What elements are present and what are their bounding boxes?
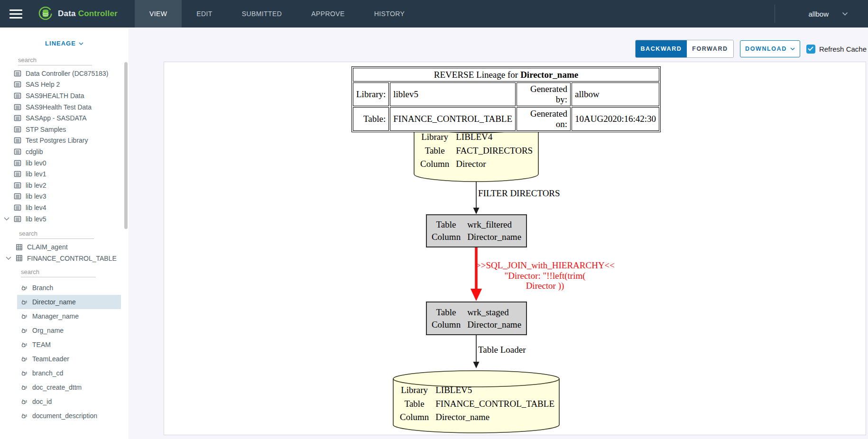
character-column-icon — [21, 412, 28, 420]
sidebar-library-item[interactable]: cdglib — [0, 146, 129, 157]
lineage-sidebar: LINEAGE — [0, 27, 129, 439]
sidebar-library-item[interactable]: Test Postgres Library — [0, 135, 129, 146]
direction-button-group: BACKWARD FORWARD — [635, 40, 734, 58]
library-icon — [14, 103, 21, 111]
chevron-down-icon — [6, 256, 11, 260]
character-column-icon — [21, 313, 28, 320]
sidebar-scrollbar-thumb[interactable] — [124, 62, 128, 229]
user-menu[interactable]: allbow — [775, 10, 868, 18]
sidebar-column-item[interactable]: Branch — [17, 281, 121, 295]
download-button[interactable]: DOWNLOAD — [740, 40, 800, 57]
character-column-icon — [21, 370, 28, 377]
sidebar-library-item[interactable]: lib lev3 — [0, 191, 129, 202]
edge-join-label: >>SQL_JOIN_with_HIERARCHY<< "Director: "… — [476, 260, 614, 291]
library-label: SASApp - SASDATA — [26, 114, 87, 122]
library-label: cdglib — [26, 148, 43, 155]
library-icon — [14, 148, 21, 155]
character-column-icon — [21, 384, 28, 391]
meta-library-value: liblev5 — [390, 82, 516, 106]
column-label: Org_name — [32, 327, 64, 334]
library-label: Data Controller (DC875183) — [26, 70, 108, 77]
edge-filter-label: FILTER DIRECTORS — [478, 188, 560, 199]
column-label: TEAM — [32, 341, 51, 348]
sidebar-column-item[interactable]: Org_name — [17, 323, 121, 338]
sidebar-library-item[interactable]: lib lev4 — [0, 202, 129, 213]
sidebar-column-item[interactable]: TEAM — [17, 338, 121, 352]
sidebar-column-item[interactable]: doc_id — [17, 394, 121, 409]
lineage-toolbar: BACKWARD FORWARD DOWNLOAD Refresh Cache — [635, 40, 867, 58]
library-icon — [14, 204, 21, 211]
column-label: Branch — [32, 284, 53, 292]
table-search-input[interactable] — [19, 229, 94, 239]
column-label: Manager_name — [32, 312, 79, 320]
sidebar-column-item[interactable]: Director_name — [17, 295, 121, 309]
character-column-icon — [21, 327, 28, 334]
column-list: Branch Director_name — [0, 281, 129, 423]
nav-tab[interactable]: SUBMITTED — [227, 0, 297, 27]
navbar-right: allbow — [775, 0, 868, 27]
sidebar-column-item[interactable]: branch_cd — [17, 366, 121, 380]
library-label: lib lev0 — [26, 159, 46, 167]
library-icon — [14, 137, 21, 144]
library-search-input[interactable] — [18, 55, 92, 65]
library-label: lib lev2 — [26, 182, 46, 189]
sidebar-column-item[interactable]: doc_create_dttm — [17, 380, 121, 394]
checkbox-checked-icon[interactable] — [806, 45, 815, 54]
hamburger-menu-icon[interactable] — [9, 0, 22, 27]
sidebar-library-item[interactable]: STP Samples — [0, 124, 129, 135]
table-list: CLAIM_agent — [0, 241, 129, 264]
logo-database-cycle-icon — [37, 6, 54, 22]
column-search-input[interactable] — [21, 267, 96, 277]
forward-button[interactable]: FORWARD — [687, 40, 733, 57]
lineage-diagram-canvas: REVERSE Lineage forDirector_name Library… — [164, 62, 866, 435]
library-icon — [14, 81, 21, 88]
sidebar-library-item[interactable]: lib lev2 — [0, 180, 129, 191]
library-icon — [14, 159, 21, 167]
sidebar-library-item[interactable]: SASApp - SASDATA — [0, 112, 129, 124]
edge-loader-label: Table Loader — [478, 345, 526, 355]
nav-tab[interactable]: EDIT — [182, 0, 227, 27]
chevron-down-icon — [79, 42, 83, 45]
sidebar-library-item[interactable]: SAS9Health Test Data — [0, 101, 129, 113]
lineage-label: LINEAGE — [45, 40, 76, 47]
nav-tab[interactable]: HISTORY — [360, 0, 420, 27]
sidebar-library-item[interactable]: Data Controller (DC875183) — [0, 68, 129, 79]
sidebar-column-item[interactable]: Manager_name — [17, 309, 121, 323]
username: allbow — [808, 10, 829, 18]
top-navbar: DataController VIEWEDITSUBMITTEDAPPROVEH… — [0, 0, 868, 27]
meta-generated-by-value: allbow — [572, 82, 659, 106]
library-icon — [14, 182, 21, 189]
library-icon — [14, 70, 21, 77]
library-icon — [14, 126, 21, 133]
sidebar-library-item[interactable]: lib lev1 — [0, 168, 129, 180]
refresh-cache-toggle[interactable]: Refresh Cache — [806, 45, 867, 54]
edge-loader-arrowhead — [473, 362, 480, 368]
meta-generated-on-label: Generated on: — [517, 107, 571, 131]
sidebar-column-item[interactable]: TeamLeader — [17, 352, 121, 366]
character-column-icon — [21, 356, 28, 363]
column-label: doc_id — [32, 398, 52, 405]
sidebar-table-item[interactable]: CLAIM_agent — [0, 241, 129, 253]
library-label: lib lev1 — [26, 170, 46, 178]
source-cylinder-node: Library LIBLEV4 Table FACT_DIRECTORS Col… — [420, 132, 533, 169]
nav-tab[interactable]: APPROVE — [296, 0, 360, 27]
column-label: TeamLeader — [32, 355, 69, 363]
table-label: CLAIM_agent — [27, 243, 68, 251]
library-icon — [14, 114, 21, 122]
library-label: Test Postgres Library — [26, 137, 88, 144]
column-label: branch_cd — [32, 369, 63, 377]
target-cylinder-node: Library LIBLEV5 Table FINANCE_CONTROL_TA… — [400, 385, 554, 422]
edge-filter-arrowhead — [473, 208, 480, 214]
sidebar-library-item[interactable]: SAS Help 2 — [0, 79, 129, 91]
nav-tab[interactable]: VIEW — [135, 0, 182, 27]
backward-button[interactable]: BACKWARD — [636, 40, 687, 57]
sidebar-table-item[interactable]: FINANCE_CONTROL_TABLE — [0, 253, 129, 264]
lineage-mode-dropdown[interactable]: LINEAGE — [0, 40, 129, 47]
library-label: lib lev3 — [26, 192, 46, 200]
sidebar-library-item[interactable]: lib lev0 — [0, 157, 129, 169]
sidebar-column-item[interactable]: document_description — [17, 409, 121, 423]
library-label: STP Samples — [26, 126, 66, 133]
library-label: SAS Help 2 — [26, 81, 60, 88]
sidebar-library-item[interactable]: lib lev5 — [0, 213, 129, 225]
sidebar-library-item[interactable]: SAS9HEALTH Data — [0, 90, 129, 101]
